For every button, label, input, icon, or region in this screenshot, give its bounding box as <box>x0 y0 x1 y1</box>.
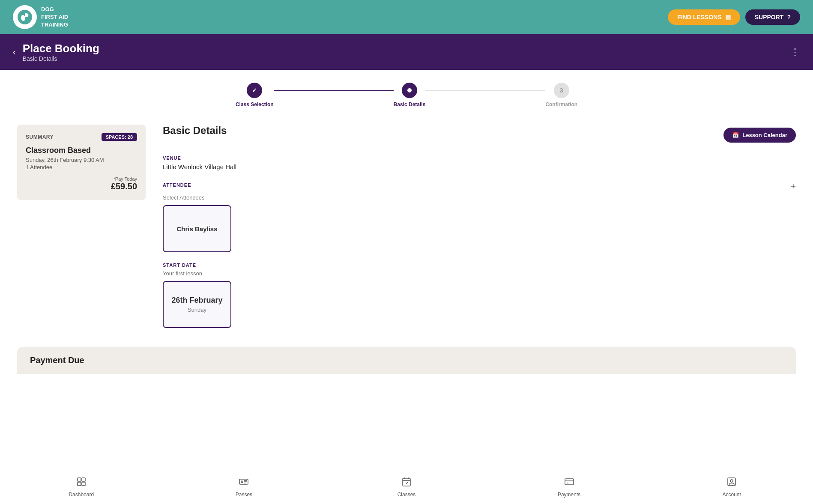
date-day: 26th February <box>171 296 222 305</box>
details-header-row: Basic Details 📅 Lesson Calendar <box>163 125 796 145</box>
content-row: SUMMARY SPACES: 28 Classroom Based Sunda… <box>17 125 796 338</box>
header-buttons: FIND LESSONS ▤ SUPPORT ? <box>668 9 800 25</box>
date-weekday: Sunday <box>188 307 206 313</box>
nav-passes[interactable]: Passes <box>163 477 326 498</box>
calendar-icon: 📅 <box>732 132 739 138</box>
payment-title: Payment Due <box>30 355 783 365</box>
back-button[interactable]: ‹ <box>13 47 16 57</box>
page-title: Place Booking <box>23 42 99 55</box>
start-date-section: START DATE Your first lesson 26th Februa… <box>163 262 796 328</box>
page-subtitle: Basic Details <box>23 55 99 62</box>
venue-section: VENUE Little Wenlock Village Hall <box>163 155 796 170</box>
step-confirmation: 3 Confirmation <box>545 83 577 107</box>
page-header-left: ‹ Place Booking Basic Details <box>13 42 99 62</box>
logo-icon <box>13 5 37 29</box>
venue-label: VENUE <box>163 155 796 161</box>
spaces-badge: SPACES: 28 <box>102 133 137 141</box>
progress-steps: ✓ Class Selection Basic Details 3 Confir… <box>17 83 796 107</box>
main-content: ✓ Class Selection Basic Details 3 Confir… <box>0 70 813 473</box>
support-button[interactable]: SUPPORT ? <box>745 9 800 25</box>
left-column: SUMMARY SPACES: 28 Classroom Based Sunda… <box>17 125 146 200</box>
date-card[interactable]: 26th February Sunday <box>163 281 231 328</box>
summary-price-row: *Pay Today £59.50 <box>26 176 137 191</box>
start-date-label: START DATE <box>163 262 796 268</box>
payments-icon <box>564 477 574 489</box>
account-label: Account <box>722 492 741 498</box>
page-title-area: Place Booking Basic Details <box>23 42 99 62</box>
passes-icon <box>239 477 249 489</box>
price-amount: £59.50 <box>26 182 137 191</box>
svg-rect-4 <box>78 478 81 481</box>
find-lessons-button[interactable]: FIND LESSONS ▤ <box>668 9 740 25</box>
section-title: Basic Details <box>163 125 227 137</box>
svg-rect-5 <box>82 478 85 481</box>
summary-date: Sunday, 26th February 9:30 AM <box>26 157 137 163</box>
top-header: DOGFIRST AIDTRAINING FIND LESSONS ▤ SUPP… <box>0 0 813 34</box>
logo-text: DOGFIRST AIDTRAINING <box>41 6 68 29</box>
lesson-calendar-label: Lesson Calendar <box>742 132 787 138</box>
support-label: SUPPORT <box>755 14 784 21</box>
summary-header: SUMMARY SPACES: 28 <box>26 133 137 141</box>
payment-section: Payment Due <box>17 347 796 374</box>
step-circle-3: 3 <box>554 83 569 98</box>
logo-area: DOGFIRST AIDTRAINING <box>13 5 68 29</box>
classes-label: Classes <box>398 492 416 498</box>
svg-rect-13 <box>403 478 410 486</box>
more-options-button[interactable]: ⋮ <box>790 47 800 58</box>
right-column: Basic Details 📅 Lesson Calendar VENUE Li… <box>163 125 796 338</box>
bottom-nav: Dashboard Passes Classes <box>0 470 813 504</box>
summary-card: SUMMARY SPACES: 28 Classroom Based Sunda… <box>17 125 146 200</box>
step-connector-1 <box>274 90 394 91</box>
step-label-1: Class Selection <box>236 101 274 107</box>
select-attendees-label: Select Attendees <box>163 194 796 201</box>
svg-point-21 <box>730 480 733 482</box>
svg-rect-7 <box>82 482 85 486</box>
dashboard-label: Dashboard <box>69 492 94 498</box>
attendee-section-header: ATTENDEE + <box>163 181 796 192</box>
lesson-calendar-button[interactable]: 📅 Lesson Calendar <box>723 128 796 143</box>
add-attendee-button[interactable]: + <box>790 181 796 192</box>
nav-dashboard[interactable]: Dashboard <box>0 477 163 498</box>
step-class-selection: ✓ Class Selection <box>236 83 274 107</box>
attendee-name: Chris Bayliss <box>176 225 217 233</box>
first-lesson-label: Your first lesson <box>163 270 796 277</box>
svg-rect-6 <box>78 482 81 486</box>
svg-point-3 <box>407 88 412 92</box>
step-basic-details: Basic Details <box>394 83 426 107</box>
filter-icon: ▤ <box>725 14 731 21</box>
attendee-label: ATTENDEE <box>163 182 191 188</box>
summary-label: SUMMARY <box>26 134 54 140</box>
nav-classes[interactable]: Classes <box>325 477 488 498</box>
step-circle-2 <box>402 83 417 98</box>
pay-today-label: *Pay Today <box>26 176 137 182</box>
step-connector-2 <box>425 90 545 91</box>
venue-value: Little Wenlock Village Hall <box>163 163 796 170</box>
page-header: ‹ Place Booking Basic Details ⋮ <box>0 34 813 70</box>
svg-rect-17 <box>565 479 574 485</box>
find-lessons-label: FIND LESSONS <box>677 14 721 21</box>
dashboard-icon <box>76 477 87 489</box>
passes-label: Passes <box>236 492 252 498</box>
attendee-section: ATTENDEE + Select Attendees Chris Baylis… <box>163 181 796 252</box>
classes-icon <box>401 477 412 489</box>
question-icon: ? <box>787 14 791 21</box>
step-circle-1: ✓ <box>247 83 262 98</box>
summary-attendee: 1 Attendee <box>26 164 137 170</box>
account-icon <box>726 477 737 489</box>
step-label-3: Confirmation <box>545 101 577 107</box>
attendee-card[interactable]: Chris Bayliss <box>163 205 231 252</box>
step-label-2: Basic Details <box>394 101 426 107</box>
nav-account[interactable]: Account <box>650 477 813 498</box>
svg-point-9 <box>241 481 243 483</box>
payments-label: Payments <box>558 492 580 498</box>
nav-payments[interactable]: Payments <box>488 477 651 498</box>
summary-class-name: Classroom Based <box>26 146 137 155</box>
